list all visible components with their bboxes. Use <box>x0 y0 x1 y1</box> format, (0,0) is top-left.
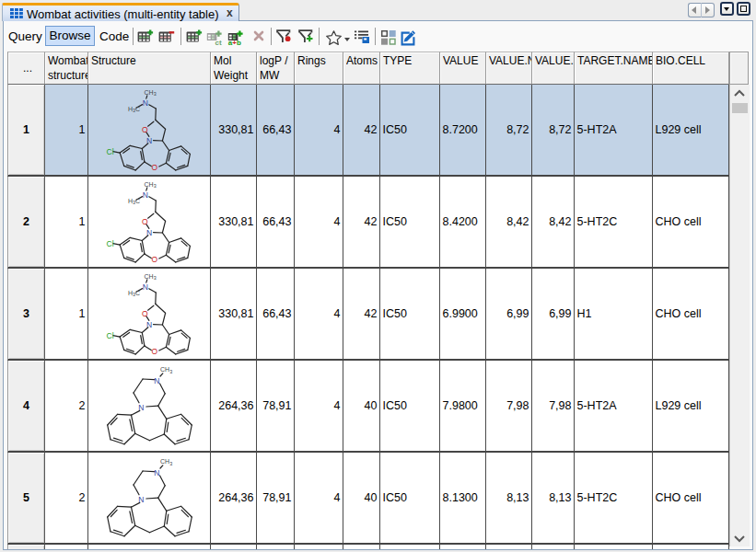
svg-text:N: N <box>146 228 152 237</box>
svg-text:H3C: H3C <box>128 290 140 298</box>
svg-text:CH3: CH3 <box>144 89 156 98</box>
svg-text:N: N <box>154 376 159 385</box>
svg-text:CH3: CH3 <box>144 273 156 282</box>
svg-text:CH3: CH3 <box>160 458 172 466</box>
svg-text:CH3: CH3 <box>160 366 172 374</box>
svg-text:N: N <box>138 403 144 412</box>
svg-text:H3C: H3C <box>128 198 140 206</box>
svg-text:N: N <box>142 282 147 292</box>
svg-text:Cl: Cl <box>106 147 113 156</box>
svg-text:N: N <box>146 136 152 145</box>
svg-text:Cl: Cl <box>106 239 113 248</box>
svg-text:O: O <box>151 163 157 172</box>
svg-text:a+b: a+b <box>228 39 241 46</box>
svg-text:O: O <box>141 217 147 226</box>
svg-text:CH3: CH3 <box>144 181 156 190</box>
svg-text:N: N <box>146 320 152 329</box>
svg-text:ct: ct <box>215 39 222 46</box>
svg-text:O: O <box>141 309 147 318</box>
svg-text:N: N <box>154 468 159 477</box>
svg-text:H3C: H3C <box>128 106 140 114</box>
svg-text:N: N <box>142 190 147 200</box>
svg-text:N: N <box>138 495 144 504</box>
svg-text:N: N <box>142 98 147 108</box>
svg-text:O: O <box>151 347 157 356</box>
svg-text:O: O <box>141 125 147 134</box>
svg-text:O: O <box>151 255 157 264</box>
svg-text:Cl: Cl <box>106 331 113 340</box>
